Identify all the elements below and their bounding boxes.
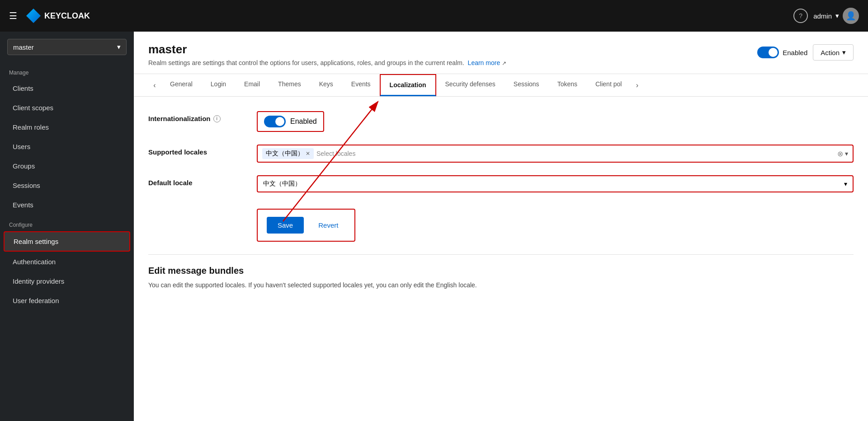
realm-selector[interactable]: master ▾ (7, 39, 127, 55)
avatar: 👤 (843, 8, 859, 24)
tab-security-defenses[interactable]: Security defenses (436, 74, 505, 96)
message-bundles-heading: Edit message bundles (148, 266, 854, 276)
sidebar-item-groups[interactable]: Groups (4, 157, 130, 175)
tab-scroll-left[interactable]: ‹ (148, 79, 161, 92)
sidebar-item-clients[interactable]: Clients (4, 79, 130, 98)
action-button[interactable]: Action ▾ (813, 44, 854, 61)
default-locale-select[interactable]: 中文（中国） ▾ (257, 175, 854, 192)
save-button[interactable]: Save (267, 217, 304, 234)
internationalization-label: Internationalization i (148, 111, 248, 122)
supported-locales-row: Supported locales 中文（中国） ✕ Select locale… (148, 145, 854, 163)
sidebar-item-authentication[interactable]: Authentication (4, 253, 130, 271)
tab-login[interactable]: Login (202, 74, 235, 96)
topnav: ☰ KEYCLOAK ? admin ▾ 👤 (0, 0, 868, 32)
action-buttons-row: Save Revert (148, 205, 854, 242)
sidebar-item-realm-settings[interactable]: Realm settings (4, 231, 130, 252)
sidebar-item-user-federation[interactable]: User federation (4, 291, 130, 310)
sidebar-section-configure: Configure (0, 215, 134, 231)
internationalization-control: Enabled (257, 111, 854, 132)
user-menu[interactable]: admin ▾ 👤 (813, 8, 859, 24)
default-locale-row: Default locale 中文（中国） ▾ (148, 175, 854, 192)
locale-select[interactable]: 中文（中国） ✕ Select locales ⊗ ▾ (257, 145, 854, 163)
tab-events[interactable]: Events (342, 74, 380, 96)
locale-select-placeholder: Select locales (316, 150, 355, 157)
enabled-toggle[interactable] (757, 47, 779, 58)
tab-email[interactable]: Email (235, 74, 269, 96)
help-button[interactable]: ? (793, 9, 808, 23)
learn-more-link[interactable]: Learn more (468, 59, 500, 66)
form-area: Internationalization i Enabled Supported… (134, 97, 868, 310)
internationalization-toggle-label: Enabled (290, 117, 317, 126)
page-title: master (148, 42, 506, 56)
hamburger-icon[interactable]: ☰ (9, 10, 17, 21)
sidebar-item-client-scopes[interactable]: Client scopes (4, 98, 130, 117)
realm-name: master (13, 43, 34, 51)
locale-select-actions: ⊗ ▾ (837, 150, 848, 158)
locale-tag-remove[interactable]: ✕ (306, 150, 310, 157)
supported-locales-control: 中文（中国） ✕ Select locales ⊗ ▾ (257, 145, 854, 163)
page-description: Realm settings are settings that control… (148, 59, 506, 66)
tabs: General Login Email Themes Keys Events (161, 74, 631, 96)
tabs-container: ‹ General Login Email Themes Keys (134, 74, 868, 97)
page-header-left: master Realm settings are settings that … (148, 42, 506, 66)
tab-localization[interactable]: Localization (380, 74, 436, 96)
sidebar-item-events[interactable]: Events (4, 196, 130, 214)
default-locale-label: Default locale (148, 175, 248, 187)
tab-themes[interactable]: Themes (269, 74, 310, 96)
default-locale-control: 中文（中国） ▾ (257, 175, 854, 192)
locale-clear-icon[interactable]: ⊗ (837, 150, 843, 158)
tab-tokens[interactable]: Tokens (548, 74, 586, 96)
action-buttons: Save Revert (257, 209, 355, 242)
message-bundles-description: You can edit the supported locales. If y… (148, 281, 854, 289)
sidebar-section-manage: Manage (0, 62, 134, 79)
logo-icon (26, 9, 41, 23)
tab-sessions[interactable]: Sessions (505, 74, 548, 96)
locale-tag-zh: 中文（中国） ✕ (262, 148, 314, 159)
realm-dropdown-icon: ▾ (117, 43, 121, 51)
internationalization-help-icon[interactable]: i (213, 115, 221, 122)
main-content: master Realm settings are settings that … (134, 32, 868, 421)
locale-dropdown-arrow-icon[interactable]: ▾ (845, 150, 848, 157)
internationalization-row: Internationalization i Enabled (148, 111, 854, 132)
sidebar-item-identity-providers[interactable]: Identity providers (4, 272, 130, 290)
enabled-label: Enabled (783, 49, 807, 56)
page-header: master Realm settings are settings that … (134, 32, 868, 74)
tab-keys[interactable]: Keys (310, 74, 342, 96)
page-header-right: Enabled Action ▾ (757, 44, 854, 61)
enabled-toggle-wrap: Enabled (757, 47, 807, 58)
sidebar: master ▾ Manage Clients Client scopes Re… (0, 32, 134, 421)
sidebar-item-realm-roles[interactable]: Realm roles (4, 118, 130, 136)
username-label: admin (813, 12, 832, 20)
supported-locales-label: Supported locales (148, 145, 248, 156)
external-link-icon: ↗ (502, 60, 506, 66)
tab-general[interactable]: General (161, 74, 202, 96)
revert-button[interactable]: Revert (311, 217, 345, 234)
default-locale-value: 中文（中国） (263, 180, 301, 188)
sidebar-item-users[interactable]: Users (4, 137, 130, 156)
logo: KEYCLOAK (26, 9, 90, 23)
action-dropdown-icon: ▾ (842, 48, 846, 56)
sidebar-item-sessions[interactable]: Sessions (4, 176, 130, 195)
logo-text: KEYCLOAK (44, 11, 90, 21)
default-locale-dropdown-icon: ▾ (844, 180, 847, 187)
help-icon: ? (799, 12, 802, 19)
internationalization-toggle[interactable] (264, 116, 286, 127)
user-dropdown-icon: ▾ (835, 12, 839, 20)
tab-scroll-right[interactable]: › (631, 79, 643, 92)
tab-client-pol[interactable]: Client pol (586, 74, 631, 96)
